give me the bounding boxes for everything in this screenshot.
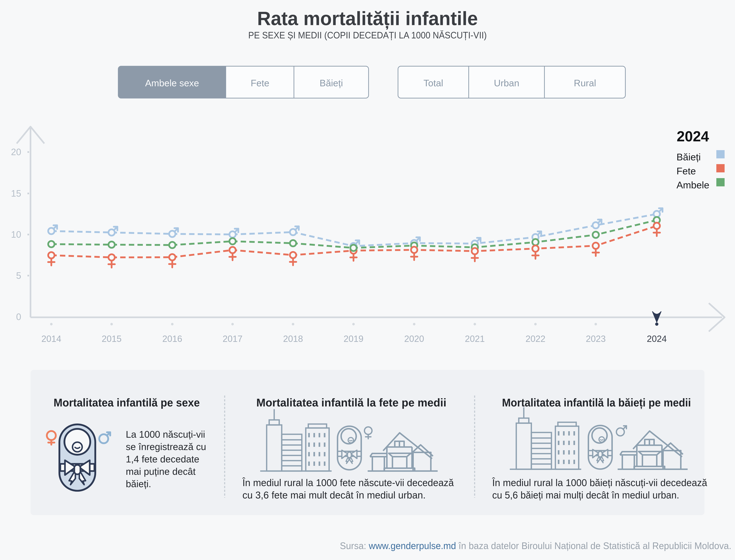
svg-text:5: 5 (16, 270, 21, 281)
svg-text:Total: Total (424, 78, 443, 88)
svg-text:0: 0 (16, 312, 21, 322)
svg-text:Mortalitatea infantilă pe sexe: Mortalitatea infantilă pe sexe (54, 396, 200, 409)
svg-text:Urban: Urban (494, 78, 519, 88)
svg-text:băieți.: băieți. (126, 479, 151, 489)
svg-text:Rural: Rural (574, 78, 596, 88)
svg-text:Fete: Fete (251, 78, 269, 88)
svg-text:2018: 2018 (283, 334, 303, 344)
svg-text:2021: 2021 (465, 334, 485, 344)
svg-text:Mortalitatea infantilă la băie: Mortalitatea infantilă la băieți pe medi… (502, 396, 691, 409)
svg-text:se înregistrează cu: se înregistrează cu (126, 441, 206, 452)
svg-text:În mediul rural la 1000 fete n: În mediul rural la 1000 fete născute-vii… (242, 477, 454, 488)
svg-text:2020: 2020 (404, 334, 424, 344)
svg-text:Sursa: www.genderpulse.md în b: Sursa: www.genderpulse.md în baza datelo… (340, 540, 731, 551)
svg-text:Fete: Fete (677, 166, 696, 176)
svg-text:2022: 2022 (526, 334, 545, 344)
svg-text:2024: 2024 (677, 128, 709, 144)
svg-text:20: 20 (11, 147, 21, 157)
svg-text:Ambele: Ambele (677, 180, 709, 190)
svg-text:15: 15 (11, 188, 21, 199)
svg-text:2017: 2017 (222, 334, 242, 344)
svg-text:2014: 2014 (41, 334, 61, 344)
svg-text:cu 5,6 băieți mai mulți decât: cu 5,6 băieți mai mulți decât în mediul … (492, 489, 679, 501)
svg-text:Băieți: Băieți (677, 152, 701, 162)
svg-text:La 1000 născuți-vii: La 1000 născuți-vii (126, 429, 205, 440)
svg-text:1,4 fete decedate: 1,4 fete decedate (126, 454, 199, 464)
svg-text:În mediul rural la 1000 băieți: În mediul rural la 1000 băieți născuți-v… (492, 477, 707, 488)
svg-text:Băieți: Băieți (319, 78, 343, 88)
svg-text:2023: 2023 (586, 334, 606, 344)
svg-text:PE SEXE ȘI MEDII (COPII DECEDA: PE SEXE ȘI MEDII (COPII DECEDAȚI LA 1000… (248, 30, 487, 40)
svg-text:Mortalitatea infantilă la fete: Mortalitatea infantilă la fete pe medii (256, 396, 447, 409)
svg-text:cu 3,6 fete mai mult decât în: cu 3,6 fete mai mult decât în mediul urb… (242, 489, 426, 501)
svg-text:10: 10 (11, 229, 21, 240)
svg-text:2019: 2019 (343, 334, 363, 344)
svg-text:2015: 2015 (102, 334, 121, 344)
svg-text:Ambele sexe: Ambele sexe (145, 78, 199, 88)
svg-text:2016: 2016 (162, 334, 182, 344)
svg-text:Rata mortalității infantile: Rata mortalității infantile (257, 8, 478, 30)
svg-text:2024: 2024 (647, 334, 667, 344)
svg-text:mai puține decât: mai puține decât (126, 466, 196, 477)
